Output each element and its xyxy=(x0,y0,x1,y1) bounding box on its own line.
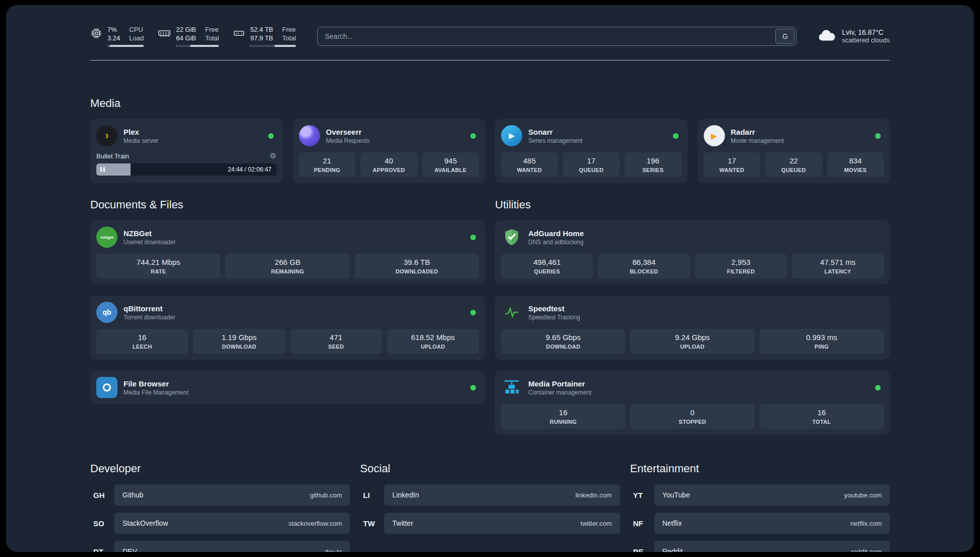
sonarr-icon: ▶ xyxy=(501,125,522,146)
filebrowser-icon xyxy=(96,377,117,398)
nzbget-icon: nzbget xyxy=(96,227,117,248)
cpu-load-value: 3.24 xyxy=(107,34,120,42)
bookmark-twitter: TW Twitter twitter.com xyxy=(360,513,620,534)
service-desc: Media server xyxy=(124,137,158,144)
bookmark-link[interactable]: Reddit reddit.com xyxy=(654,541,890,552)
cloud-icon xyxy=(818,29,836,44)
bookmark-abbr: YT xyxy=(630,491,654,499)
cpu-metric: 7% 3.24 CPU Load xyxy=(90,25,144,47)
top-bar: 7% 3.24 CPU Load xyxy=(90,5,890,47)
service-name: NZBGet xyxy=(124,229,175,238)
weather-widget[interactable]: Lviv, 16.87°C scattered clouds xyxy=(818,28,890,44)
ram-labels: Free Total xyxy=(205,25,219,42)
service-desc: Usenet downloader xyxy=(124,239,175,246)
stat-series: 196 SERIES xyxy=(625,152,682,177)
disk-drive-icon xyxy=(233,25,245,41)
bookmark-link[interactable]: Github github.com xyxy=(114,484,350,506)
cpu-labels: CPU Load xyxy=(129,25,144,42)
header-divider xyxy=(90,60,890,61)
ram-metric: 22 GiB 64 GiB Free Total xyxy=(158,25,219,47)
stat-total: 16 TOTAL xyxy=(760,404,884,429)
service-card-plex[interactable]: › Plex Media server Bullet Train ⚙ xyxy=(90,119,283,183)
cpu-label: CPU xyxy=(129,25,144,34)
section-title-social: Social xyxy=(360,462,620,475)
bookmark-abbr: GH xyxy=(90,491,114,499)
disk-total-value: 97.9 TB xyxy=(250,34,273,42)
stat-download: 9.65 Gbps DOWNLOAD xyxy=(501,329,625,354)
disk-free-value: 52.4 TB xyxy=(250,25,273,34)
service-card-nzbget[interactable]: nzbget NZBGet Usenet downloader 744.21 M… xyxy=(90,220,485,285)
bookmark-link[interactable]: StackOverflow stackoverflow.com xyxy=(114,513,350,534)
section-title-documents: Documents & Files xyxy=(90,198,485,211)
service-name: qBittorrent xyxy=(124,304,175,313)
overseerr-icon xyxy=(299,125,320,146)
bookmark-link[interactable]: Netflix netflix.com xyxy=(654,513,890,534)
settings-gear-icon[interactable]: ⚙ xyxy=(270,151,276,160)
service-card-filebrowser[interactable]: File Browser Media File Management xyxy=(90,371,485,404)
stat-movies: 834 MOVIES xyxy=(827,152,884,177)
status-dot xyxy=(875,133,881,139)
service-card-overseerr[interactable]: Overseerr Media Requests 21 PENDING 40 A… xyxy=(293,119,485,183)
weather-location: Lviv, 16.87°C xyxy=(842,28,890,36)
service-card-adguard[interactable]: AdGuard Home DNS and adblocking 498,461 … xyxy=(495,220,890,285)
service-desc: DNS and adblocking xyxy=(528,239,584,246)
service-desc: Media File Management xyxy=(124,389,189,396)
bookmark-link[interactable]: Twitter twitter.com xyxy=(384,513,620,534)
bookmark-abbr: DT xyxy=(90,547,114,552)
weather-condition: scattered clouds xyxy=(842,36,890,44)
search-bar[interactable]: G xyxy=(317,27,797,46)
stat-pending: 21 PENDING xyxy=(299,152,356,177)
stat-rate: 744.21 Mbps RATE xyxy=(96,254,220,278)
qbittorrent-icon: qb xyxy=(96,302,117,323)
search-input[interactable] xyxy=(318,32,774,40)
bookmark-abbr: SO xyxy=(90,519,114,528)
section-developer: Developer GH Github github.com SO StackO… xyxy=(90,462,350,552)
stat-upload: 618.52 Mbps UPLOAD xyxy=(387,329,479,354)
disk-labels: Free Total xyxy=(282,25,296,42)
cpu-values: 7% 3.24 xyxy=(107,25,120,42)
bookmark-link[interactable]: LinkedIn linkedin.com xyxy=(384,484,620,506)
bookmark-github: GH Github github.com xyxy=(90,484,350,506)
section-media: Media › Plex Media server Bullet Train xyxy=(90,97,890,183)
status-dot xyxy=(875,385,881,391)
bookmark-stackoverflow: SO StackOverflow stackoverflow.com xyxy=(90,513,350,534)
radarr-icon: ▶ xyxy=(704,125,725,146)
status-dot xyxy=(673,133,679,139)
status-dot xyxy=(268,133,274,139)
ram-total-label: Total xyxy=(205,34,219,42)
bookmark-youtube: YT YouTube youtube.com xyxy=(630,484,890,506)
section-documents: Documents & Files nzbget NZBGet Usenet d… xyxy=(90,198,485,435)
playback-progress-bar[interactable]: 24:44 / 02:06:47 xyxy=(96,163,277,176)
stat-upload: 9.24 Gbps UPLOAD xyxy=(630,329,754,354)
service-name: Speedtest xyxy=(528,304,580,313)
ram-values: 22 GiB 64 GiB xyxy=(176,25,196,42)
service-name: File Browser xyxy=(124,379,189,388)
stat-downloaded: 39.6 TB DOWNLOADED xyxy=(355,254,479,278)
service-name: Overseerr xyxy=(326,128,370,136)
service-card-portainer[interactable]: Media Portainer Container management 16 … xyxy=(495,371,890,435)
ram-free-label: Free xyxy=(205,25,219,34)
bookmark-netflix: NF Netflix netflix.com xyxy=(630,513,890,534)
service-desc: Movie management xyxy=(731,137,784,144)
stat-blocked: 86,384 BLOCKED xyxy=(598,254,690,278)
search-engine-button[interactable]: G xyxy=(775,29,794,44)
playback-time: 24:44 / 02:06:47 xyxy=(228,166,272,173)
section-title-entertainment: Entertainment xyxy=(630,462,890,475)
stat-filtered: 2,953 FILTERED xyxy=(695,254,787,278)
service-card-sonarr[interactable]: ▶ Sonarr Series management 485 WANTED xyxy=(495,119,688,183)
service-card-speedtest[interactable]: Speedtest Speedtest Tracking 9.65 Gbps D… xyxy=(495,296,890,360)
bookmark-link[interactable]: YouTube youtube.com xyxy=(654,484,890,506)
stat-queued: 17 QUEUED xyxy=(563,152,620,177)
bookmark-dev: DT DEV dev.to xyxy=(90,541,350,552)
portainer-crane-icon xyxy=(501,377,522,398)
stat-ping: 0.993 ms PING xyxy=(760,329,884,354)
cpu-chip-icon xyxy=(90,25,102,41)
service-card-radarr[interactable]: ▶ Radarr Movie management 17 WANTED xyxy=(698,119,890,183)
stat-queries: 498,461 QUERIES xyxy=(501,254,593,278)
stat-stopped: 0 STOPPED xyxy=(630,404,754,429)
bookmark-link[interactable]: DEV dev.to xyxy=(114,541,350,552)
stat-wanted: 17 WANTED xyxy=(704,152,761,177)
service-name: Sonarr xyxy=(528,128,582,136)
service-card-qbittorrent[interactable]: qb qBittorrent Torrent downloader 16 LEE… xyxy=(90,296,485,360)
cpu-load-label: Load xyxy=(129,34,144,42)
